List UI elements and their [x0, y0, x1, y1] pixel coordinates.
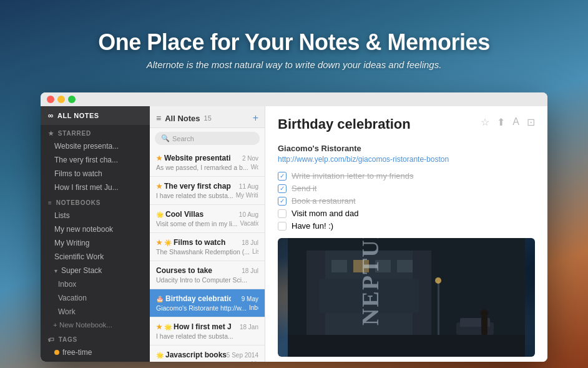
sort-icon[interactable]: ≡: [156, 113, 161, 123]
note-emoji: 🌟: [164, 324, 172, 331]
checklist-item[interactable]: Visit mom and dad: [278, 209, 535, 218]
checklist-item-text: Write invitation letter to my friends: [292, 171, 414, 181]
note-date: 11 Aug: [239, 183, 258, 190]
note-list-item[interactable]: ★Website presentation 2 Nov As we passed…: [150, 149, 265, 177]
note-list-item[interactable]: ★☀️Films to watch 18 Jul The Shawshank R…: [150, 233, 265, 261]
sidebar-item-lists[interactable]: Lists: [41, 209, 150, 222]
checkbox[interactable]: [278, 222, 287, 231]
sidebar-item-films-to-watch[interactable]: Films to watch: [41, 167, 150, 181]
sidebar-item-very-first-cha[interactable]: The very first cha...: [41, 153, 150, 167]
share-toolbar-icon[interactable]: ⬆: [497, 116, 505, 128]
note-preview-text: Udacity Intro to Computer Sci...: [156, 276, 247, 284]
menu-icon: ≡: [48, 199, 52, 206]
note-tag: Vacation: [240, 220, 258, 227]
checkbox[interactable]: [278, 209, 287, 218]
note-header-row: ★🌟How I first met Julia 18 Jan: [156, 322, 258, 331]
note-list-item[interactable]: ★The very first chapter 11 Aug I have re…: [150, 177, 265, 205]
checklist-item[interactable]: ✓ Send it: [278, 184, 535, 193]
app-window: ∞ ALL NOTES ★ STARRED Website presenta..…: [41, 92, 547, 362]
note-list-item[interactable]: ★🌟How I first met Julia 18 Jan I have re…: [150, 317, 265, 346]
notes-list-panel: ≡ All Notes 15 + 🔍 Search ★Website prese…: [150, 106, 265, 362]
hero-section: One Place for Your Notes & Memories Alte…: [0, 0, 588, 92]
note-item-title: Javascript books: [165, 351, 227, 359]
sidebar-item-free-time[interactable]: free-time: [41, 346, 150, 359]
traffic-lights: [47, 96, 76, 103]
note-title: ★🌟How I first met Julia: [156, 322, 231, 331]
notes-scroll[interactable]: ★Website presentation 2 Nov As we passed…: [150, 149, 265, 362]
checklist-item-text: Have fun! :): [292, 221, 333, 231]
note-list-item[interactable]: 🌟Javascript books 5 Sep 2014 Douglas Cro…: [150, 346, 265, 362]
note-preview: I have related the substa... My Writing: [156, 192, 258, 199]
minimize-button[interactable]: [57, 96, 65, 103]
hero-title: One Place for Your Notes & Memories: [98, 29, 489, 56]
note-tag: Lists: [252, 248, 258, 256]
note-emoji: ☀️: [164, 239, 172, 246]
new-notebook-button[interactable]: + New Notebook...: [41, 319, 150, 331]
note-item-title: The very first chapter: [164, 182, 231, 191]
sidebar-item-my-new-notebook[interactable]: My new notebook: [41, 222, 150, 236]
sidebar-item-scientific-work[interactable]: Scientific Work: [41, 250, 150, 264]
note-image: NEPTUNE: [278, 238, 535, 357]
checkbox[interactable]: ✓: [278, 184, 287, 193]
sidebar-item-how-first-met[interactable]: How I first met Ju...: [41, 181, 150, 194]
note-header-row: ★Website presentation 2 Nov: [156, 154, 258, 162]
checklist-item[interactable]: Have fun! :): [278, 221, 535, 231]
note-detail-panel: Birthday celebration ☆ ⬆ A ⊡ Giacomo's R…: [265, 106, 547, 362]
title-bar: [41, 92, 547, 106]
star-toolbar-icon[interactable]: ☆: [481, 116, 489, 128]
font-toolbar-icon[interactable]: A: [512, 116, 519, 128]
sidebar-item-website-presenta[interactable]: Website presenta...: [41, 139, 150, 153]
note-preview-text: The Shawshank Redemption (...: [156, 248, 250, 256]
note-emoji: 🌟: [156, 352, 164, 359]
note-list-item[interactable]: 🎂Birthday celebration 9 May Giacomo's Ri…: [150, 289, 265, 317]
star-icon: ★: [156, 323, 162, 331]
tags-section-header: 🏷 TAGS: [41, 331, 150, 346]
checklist-item-text: Visit mom and dad: [292, 209, 358, 218]
infinity-icon: ∞: [48, 111, 54, 120]
starred-section-header: ★ STARRED: [41, 125, 150, 139]
note-date: 10 Aug: [239, 211, 258, 218]
tag-icon: 🏷: [48, 336, 55, 343]
main-content: ∞ ALL NOTES ★ STARRED Website presenta..…: [41, 106, 547, 362]
sidebar-item-super-stack[interactable]: ▾ Super Stack: [41, 264, 150, 277]
expand-toolbar-icon[interactable]: ⊡: [527, 116, 535, 128]
note-link[interactable]: http://www.yelp.com/biz/giacomos-ristora…: [278, 155, 535, 164]
notes-list-title: All Notes: [165, 114, 200, 123]
note-header-row: 🌟Javascript books 5 Sep 2014: [156, 351, 258, 359]
note-detail-title: Birthday celebration: [278, 116, 411, 132]
star-icon: ★: [156, 154, 162, 162]
checklist-item[interactable]: ✓ Write invitation letter to my friends: [278, 171, 535, 181]
search-placeholder: Search: [172, 135, 194, 142]
notebooks-section-header: ≡ NOTEBOOKS: [41, 194, 150, 209]
close-button[interactable]: [47, 96, 54, 103]
sidebar-item-work[interactable]: Work: [41, 305, 150, 319]
note-toolbar: ☆ ⬆ A ⊡: [481, 116, 535, 128]
notes-list-header: ≡ All Notes 15 +: [150, 106, 265, 128]
note-list-item[interactable]: Courses to take 18 Jul Udacity Intro to …: [150, 261, 265, 289]
note-tag: Inbox: [249, 304, 258, 312]
star-icon: ★: [156, 239, 162, 247]
checklist-item-text: Book a restaurant: [292, 196, 356, 206]
note-preview-text: Douglas Crockford: "The Java...: [156, 361, 248, 362]
note-date: 18 Jul: [242, 267, 258, 274]
tag-color-dot: [54, 350, 59, 355]
checkbox[interactable]: ✓: [278, 197, 287, 206]
checkbox[interactable]: ✓: [278, 172, 287, 181]
checklist-item[interactable]: ✓ Book a restaurant: [278, 196, 535, 206]
note-list-item[interactable]: 🌟Cool Villas 10 Aug Visit some of them i…: [150, 205, 265, 233]
sidebar-item-inbox[interactable]: Inbox: [41, 277, 150, 291]
note-title: ★☀️Films to watch: [156, 238, 225, 247]
note-preview: As we passed, I remarked a b... Work: [156, 164, 258, 171]
notes-count: 15: [204, 114, 212, 122]
search-bar[interactable]: 🔍 Search: [155, 132, 260, 145]
sidebar-item-vacation[interactable]: Vacation: [41, 291, 150, 305]
sidebar-item-my-writing[interactable]: My Writing: [41, 236, 150, 250]
star-icon: ★: [48, 130, 54, 137]
note-header-row: ★The very first chapter 11 Aug: [156, 182, 258, 191]
note-header-row: ★☀️Films to watch 18 Jul: [156, 238, 258, 247]
sidebar-item-all-notes[interactable]: ∞ ALL NOTES: [41, 106, 150, 125]
note-restaurant: Giacomo's Ristorante: [278, 144, 535, 153]
fullscreen-button[interactable]: [68, 96, 76, 103]
add-note-button[interactable]: +: [253, 112, 258, 124]
note-preview: Udacity Intro to Computer Sci...: [156, 276, 258, 284]
